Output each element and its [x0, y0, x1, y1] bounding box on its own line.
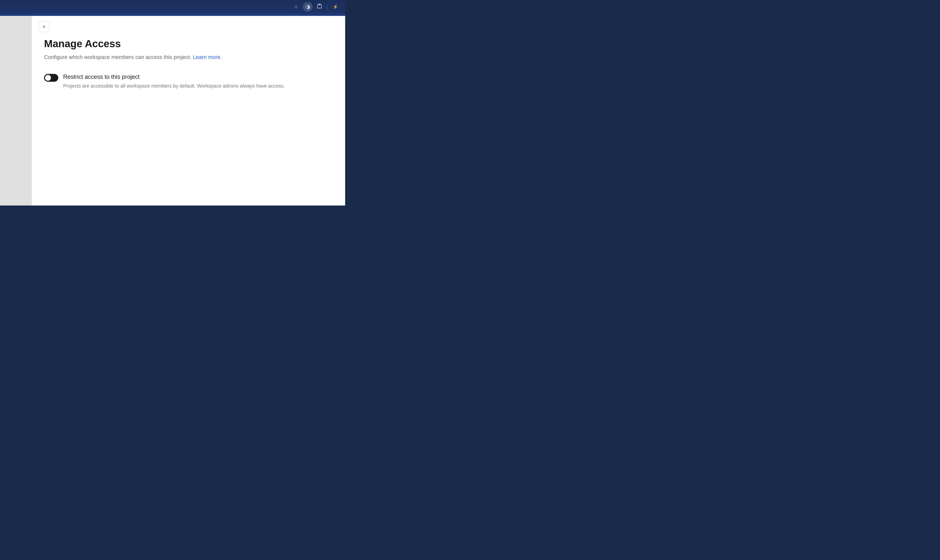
profile-button[interactable]: ◑: [303, 2, 313, 12]
top-chrome-bar: ☆ ◑ ⚡: [0, 0, 345, 14]
lightning-icon: ⚡: [333, 4, 338, 9]
modal-panel: × Manage Access Configure which workspac…: [32, 16, 345, 206]
clipboard-icon: [317, 3, 322, 10]
description-prefix: Configure which workspace members can ac…: [44, 54, 191, 60]
modal-title: Manage Access: [44, 38, 333, 50]
star-icon: ☆: [294, 4, 298, 9]
star-button[interactable]: ☆: [291, 2, 301, 12]
lightning-button[interactable]: ⚡: [330, 2, 340, 12]
modal-content: Manage Access Configure which workspace …: [32, 16, 345, 99]
second-header-bar: [0, 14, 345, 16]
modal-description: Configure which workspace members can ac…: [44, 53, 333, 61]
toggle-thumb: [45, 75, 51, 81]
close-icon: ×: [43, 24, 46, 29]
sidebar-background: [0, 16, 32, 206]
toggle-track: [44, 74, 58, 82]
restrict-access-row: Restrict access to this project Projects…: [44, 73, 333, 89]
toggle-label: Restrict access to this project: [63, 73, 333, 80]
clipboard-button[interactable]: [314, 2, 324, 12]
close-button[interactable]: ×: [39, 21, 49, 32]
learn-more-link[interactable]: Learn more: [193, 54, 220, 60]
toggle-text-group: Restrict access to this project Projects…: [63, 73, 333, 89]
profile-icon: ◑: [305, 4, 310, 10]
svg-rect-1: [317, 5, 322, 8]
restrict-access-toggle[interactable]: [44, 74, 58, 82]
chrome-divider: [327, 4, 328, 10]
toggle-sublabel: Projects are accessible to all workspace…: [63, 82, 333, 89]
description-suffix: .: [220, 54, 222, 60]
